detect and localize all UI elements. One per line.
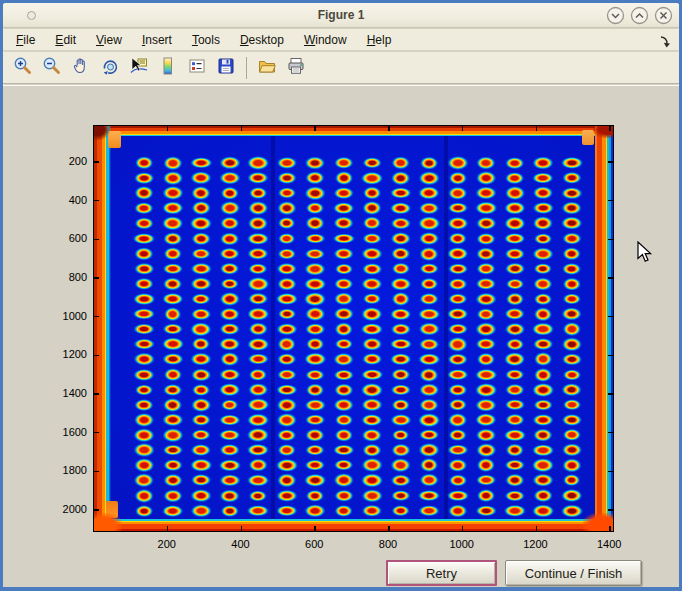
heat-spot — [533, 186, 553, 199]
heat-spot — [221, 505, 239, 517]
heat-spot — [306, 445, 325, 456]
heat-spot — [390, 414, 411, 426]
heatmap-image[interactable] — [94, 126, 613, 531]
maximize-button[interactable] — [630, 6, 649, 25]
heat-spot — [362, 307, 383, 321]
heat-spot — [334, 157, 353, 169]
heat-spot — [162, 338, 184, 351]
continue-finish-button[interactable]: Continue / Finish — [505, 560, 642, 586]
heat-spot — [333, 203, 355, 215]
heat-spot — [390, 354, 411, 365]
heat-spot — [306, 202, 324, 214]
heat-spot — [192, 338, 210, 351]
menu-file[interactable]: File — [9, 30, 42, 50]
heat-spot — [333, 369, 353, 380]
heat-spot — [333, 474, 353, 488]
heat-spot — [561, 383, 582, 397]
heat-spot — [164, 368, 182, 382]
heat-spot — [505, 414, 524, 427]
dock-figure-icon[interactable] — [658, 34, 671, 52]
menu-help[interactable]: Help — [360, 30, 399, 50]
y-tick-label: 600 — [49, 232, 87, 244]
tick-mark — [388, 126, 390, 131]
heat-spot — [305, 156, 325, 169]
heat-spot — [163, 474, 182, 486]
save-figure-button[interactable] — [213, 55, 239, 81]
zoom-out-button[interactable] — [39, 55, 65, 81]
heat-spot — [306, 383, 324, 396]
menu-view[interactable]: View — [89, 30, 129, 50]
heat-spot — [361, 172, 383, 184]
heat-spot — [362, 263, 382, 275]
heat-spot — [278, 188, 296, 199]
data-cursor-button[interactable] — [126, 55, 152, 81]
heat-spot — [134, 339, 154, 350]
heat-spot — [504, 217, 525, 230]
heat-spot — [164, 307, 182, 321]
heat-spot — [191, 474, 211, 486]
heat-spot — [162, 186, 183, 200]
heat-spot — [505, 262, 525, 275]
insert-legend-icon — [187, 56, 207, 79]
heat-spot — [533, 474, 554, 487]
heat-spot — [219, 172, 240, 185]
heat-spot — [277, 474, 296, 487]
heat-spot — [276, 413, 296, 427]
heat-spot — [505, 369, 525, 381]
print-figure-button[interactable] — [283, 55, 309, 81]
close-icon — [654, 6, 673, 25]
heat-spot — [134, 324, 155, 335]
pan-button[interactable] — [68, 55, 94, 81]
y-tick-label: 1800 — [49, 464, 87, 476]
figure-canvas: 2004006008001000120014002004006008001000… — [3, 85, 679, 587]
heat-spot — [219, 247, 240, 260]
rotate-3d-button[interactable] — [97, 55, 123, 81]
retry-button[interactable]: Retry — [386, 560, 497, 586]
heat-spot — [504, 202, 525, 215]
insert-legend-button[interactable] — [184, 55, 210, 81]
minimize-button[interactable] — [606, 6, 625, 25]
heat-spot — [278, 309, 296, 320]
heat-spot — [162, 428, 183, 441]
heat-spot — [361, 323, 383, 335]
insert-colorbar-button[interactable] — [155, 55, 181, 81]
x-tick-label: 600 — [305, 538, 323, 550]
heat-spot — [505, 444, 523, 457]
heat-spot — [362, 354, 382, 366]
heat-spot — [420, 278, 438, 290]
open-file-button[interactable] — [254, 55, 280, 81]
heat-spot — [305, 460, 325, 471]
heat-spot — [390, 339, 412, 350]
menu-insert[interactable]: Insert — [135, 30, 179, 50]
heat-spot — [561, 187, 582, 198]
heat-spot — [362, 429, 382, 441]
heat-spot — [191, 323, 212, 336]
heat-spot — [448, 413, 468, 427]
heat-spot — [278, 233, 296, 245]
menu-window[interactable]: Window — [297, 30, 354, 50]
menu-tools[interactable]: Tools — [185, 30, 227, 50]
heat-spot — [277, 429, 297, 441]
heat-spot — [505, 323, 525, 335]
heat-spot — [133, 233, 155, 245]
heat-spot — [562, 459, 581, 472]
heat-spot — [247, 232, 269, 244]
heat-spot — [362, 489, 382, 502]
heat-spot — [335, 263, 353, 274]
heat-spot — [534, 429, 553, 442]
heat-spot — [249, 368, 267, 380]
heat-spot — [192, 429, 211, 440]
menu-desktop[interactable]: Desktop — [233, 30, 291, 50]
menu-edit[interactable]: Edit — [48, 30, 83, 50]
heat-spot — [419, 443, 440, 457]
heat-spot — [247, 414, 269, 427]
heat-spot — [420, 263, 439, 275]
zoom-in-button[interactable] — [10, 55, 36, 81]
heat-spot — [220, 187, 238, 200]
heat-spot — [219, 323, 239, 335]
heat-spot — [419, 383, 439, 396]
heat-spot — [219, 430, 241, 441]
heat-spot — [190, 217, 212, 230]
tick-mark — [608, 471, 613, 473]
close-button[interactable] — [654, 6, 673, 25]
